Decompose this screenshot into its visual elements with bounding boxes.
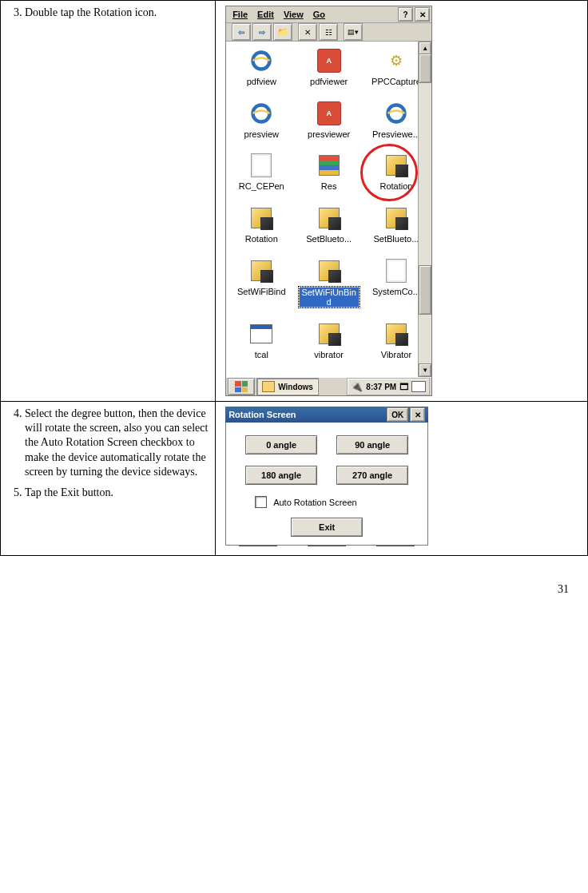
file-label: pdfviewer <box>308 77 349 86</box>
rotation-dialog: Rotation Screen OK ✕ 0 angle 90 angle 18… <box>225 407 428 550</box>
taskbar-item-windows[interactable]: Windows <box>256 378 319 395</box>
taskbar: Windows 🔌 8:37 PM 🗔 <box>226 377 431 395</box>
svg-point-0 <box>253 53 270 69</box>
file-item[interactable]: vibrator <box>299 321 360 366</box>
ie-icon <box>250 50 272 72</box>
file-item[interactable]: Apdfviewer <box>299 48 360 93</box>
menu-file[interactable]: File <box>228 8 252 21</box>
auto-rotation-label: Auto Rotation Screen <box>273 498 357 507</box>
folder-up-icon: 📁 <box>277 27 288 38</box>
rotation-titlebar: Rotation Screen OK ✕ <box>225 407 428 423</box>
app-box-icon <box>319 208 340 228</box>
explorer-cell: File Edit View Go ? ✕ ⇦ ⇨ 📁 ✕ <box>216 1 588 402</box>
angle-180-button[interactable]: 180 angle <box>245 466 317 485</box>
file-item[interactable]: Rotation <box>231 205 292 250</box>
page-number: 31 <box>558 583 569 596</box>
toolbar: ⇦ ⇨ 📁 ✕ ☷ ▤▾ <box>226 23 431 42</box>
flag-icon <box>319 155 340 176</box>
desktop-icon[interactable]: 🗔 <box>399 382 408 391</box>
taskbar-item-label: Windows <box>278 383 313 391</box>
app-box-icon <box>251 260 272 281</box>
dialog-close-button[interactable]: ✕ <box>410 407 425 422</box>
ie-icon <box>385 102 407 125</box>
scrollbar: ▲ ▼ <box>418 42 431 377</box>
system-tray: 🔌 8:37 PM 🗔 <box>347 378 430 395</box>
forward-button[interactable]: ⇨ <box>252 23 272 41</box>
file-item[interactable]: pdfview <box>231 48 292 93</box>
app-box-icon <box>319 323 340 344</box>
file-item[interactable]: RC_CEPen <box>231 153 292 197</box>
app-box-icon <box>386 155 407 176</box>
app-box-icon <box>251 208 272 228</box>
file-label: SetWiFiBind <box>236 287 288 296</box>
file-label: Res <box>320 181 339 191</box>
exit-button[interactable]: Exit <box>291 518 363 537</box>
menu-view[interactable]: View <box>279 8 308 21</box>
menubar: File Edit View Go ? ✕ <box>226 6 431 23</box>
file-label: PPCCapture <box>370 77 423 86</box>
app-box-icon <box>319 260 340 281</box>
angle-0-button[interactable]: 0 angle <box>245 435 317 454</box>
file-item[interactable]: presview <box>231 101 292 145</box>
up-button[interactable]: 📁 <box>273 23 292 41</box>
svg-point-1 <box>253 105 270 121</box>
ok-button[interactable]: OK <box>387 407 408 422</box>
document-icon <box>386 259 407 283</box>
document-icon <box>251 153 272 177</box>
folder-icon <box>262 381 275 392</box>
file-grid: pdfviewApdfviewer⚙PPCCapturepresviewApre… <box>226 42 431 377</box>
file-item[interactable]: Apresviewer <box>299 101 360 145</box>
step3-cell: Double tap the Rotation icon. <box>1 1 216 402</box>
close-button[interactable]: ✕ <box>415 7 430 22</box>
file-item[interactable]: SetWiFiBind <box>231 258 292 314</box>
file-label: presviewer <box>306 129 352 139</box>
auto-rotation-checkbox[interactable] <box>255 496 267 508</box>
scroll-down-button[interactable]: ▼ <box>419 363 431 377</box>
file-label: pdfview <box>245 77 278 86</box>
file-label: tcal <box>253 350 270 359</box>
file-label: SetBlueto... <box>304 234 353 244</box>
delete-icon: ✕ <box>304 28 311 37</box>
file-label: vibrator <box>312 350 345 359</box>
scroll-thumb-lower[interactable] <box>419 265 431 315</box>
file-label: presview <box>243 129 280 139</box>
step5-text: Tap the Exit button. <box>25 486 209 500</box>
back-button[interactable]: ⇦ <box>232 23 251 41</box>
step4-5-cell: Select the degree button, then the devic… <box>1 402 216 556</box>
file-item[interactable]: SetWiFiUnBind <box>299 258 360 314</box>
menu-go[interactable]: Go <box>308 8 330 21</box>
windows-logo-icon <box>235 381 248 392</box>
back-icon: ⇦ <box>238 28 244 37</box>
file-item[interactable]: tcal <box>231 321 292 366</box>
rotation-cell: Rotation Screen OK ✕ 0 angle 90 angle 18… <box>216 402 588 556</box>
scroll-thumb[interactable] <box>419 54 431 83</box>
keyboard-icon[interactable] <box>411 381 426 392</box>
svg-point-2 <box>387 105 404 121</box>
file-label: Rotation <box>378 181 414 191</box>
angle-270-button[interactable]: 270 angle <box>336 466 408 485</box>
pdf-icon: A <box>317 101 341 125</box>
help-button[interactable]: ? <box>398 7 413 22</box>
start-button[interactable] <box>228 378 255 395</box>
app-box-icon <box>386 208 407 228</box>
rotation-body: 0 angle 90 angle 180 angle 270 angle Aut… <box>225 423 428 546</box>
file-label: SystemCo... <box>371 287 422 296</box>
power-icon: 🔌 <box>351 381 363 392</box>
forward-icon: ⇨ <box>259 28 265 37</box>
rotation-title: Rotation Screen <box>228 410 387 419</box>
delete-button[interactable]: ✕ <box>298 23 317 41</box>
properties-icon: ☷ <box>325 28 332 37</box>
file-label: Vibrator <box>379 350 413 359</box>
window-icon <box>250 324 272 343</box>
pdf-icon: A <box>317 49 341 73</box>
view-mode-button[interactable]: ▤▾ <box>344 23 363 41</box>
angle-90-button[interactable]: 90 angle <box>336 435 408 454</box>
file-label: Presviewe... <box>371 129 422 139</box>
file-label: RC_CEPen <box>237 181 286 191</box>
view-mode-icon: ▤▾ <box>348 28 359 36</box>
properties-button[interactable]: ☷ <box>319 23 338 41</box>
gear-icon: ⚙ <box>387 51 406 70</box>
menu-edit[interactable]: Edit <box>252 8 279 21</box>
file-item[interactable]: SetBlueto... <box>299 205 360 250</box>
file-item[interactable]: Res <box>299 153 360 197</box>
